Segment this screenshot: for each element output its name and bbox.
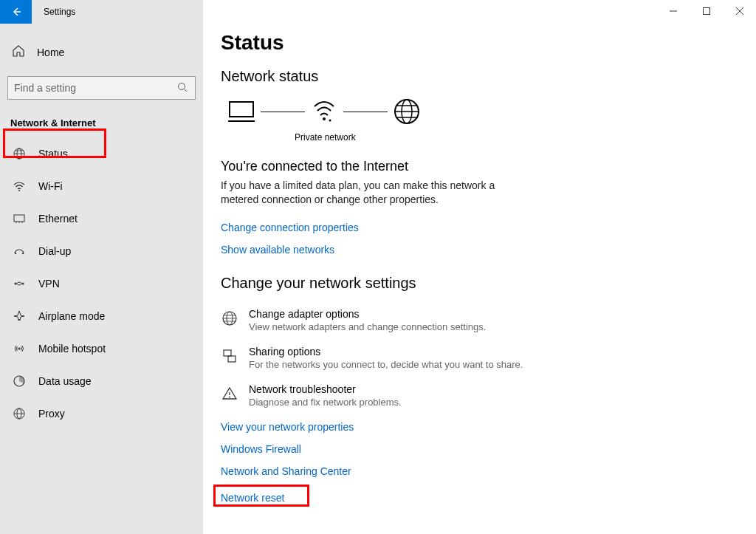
sidebar-item-datausage[interactable]: Data usage bbox=[7, 365, 196, 397]
svg-point-6 bbox=[22, 253, 24, 254]
svg-point-0 bbox=[179, 83, 185, 90]
home-button[interactable]: Home bbox=[7, 40, 196, 64]
svg-rect-21 bbox=[224, 350, 231, 356]
sidebar-item-vpn[interactable]: VPN bbox=[7, 267, 196, 300]
svg-point-5 bbox=[15, 253, 16, 254]
connected-heading: You're connected to the Internet bbox=[221, 159, 738, 174]
sidebar-item-dialup[interactable]: Dial-up bbox=[7, 235, 196, 267]
svg-rect-14 bbox=[230, 102, 253, 117]
globe-internet-icon bbox=[392, 97, 422, 126]
arrow-left-icon bbox=[10, 6, 22, 18]
link-view-network-properties[interactable]: View your network properties bbox=[221, 421, 738, 433]
sidebar-item-wifi[interactable]: Wi-Fi bbox=[7, 170, 196, 202]
diagram-caption: Private network bbox=[295, 132, 738, 143]
row-title: Change adapter options bbox=[249, 308, 486, 320]
sidebar-item-label: Data usage bbox=[38, 375, 92, 387]
link-change-connection-properties[interactable]: Change connection properties bbox=[221, 222, 738, 233]
troubleshooter-icon bbox=[221, 385, 238, 403]
vpn-icon bbox=[12, 276, 27, 291]
sidebar-item-proxy[interactable]: Proxy bbox=[7, 397, 196, 430]
svg-point-9 bbox=[18, 348, 21, 350]
window-title: Settings bbox=[32, 7, 75, 17]
back-button[interactable] bbox=[0, 0, 32, 24]
row-network-troubleshooter[interactable]: Network troubleshooter Diagnose and fix … bbox=[221, 383, 738, 408]
maximize-button[interactable] bbox=[690, 0, 723, 22]
sidebar-item-label: Wi-Fi bbox=[38, 180, 63, 192]
link-show-available-networks[interactable]: Show available networks bbox=[221, 244, 738, 256]
sidebar-item-label: Airplane mode bbox=[38, 310, 105, 322]
ethernet-icon bbox=[12, 211, 27, 226]
computer-icon bbox=[227, 97, 256, 126]
link-network-sharing-center[interactable]: Network and Sharing Center bbox=[221, 465, 738, 477]
wifi-router-icon bbox=[309, 97, 339, 126]
row-title: Sharing options bbox=[249, 346, 523, 357]
page-title: Status bbox=[221, 31, 738, 55]
row-desc: For the networks you connect to, decide … bbox=[249, 359, 523, 370]
dialup-icon bbox=[12, 244, 27, 259]
row-sharing-options[interactable]: Sharing options For the networks you con… bbox=[221, 346, 738, 370]
hotspot-icon bbox=[12, 341, 27, 356]
proxy-icon bbox=[12, 406, 27, 421]
sidebar-item-ethernet[interactable]: Ethernet bbox=[7, 202, 196, 235]
svg-point-16 bbox=[329, 120, 331, 122]
row-title: Network troubleshooter bbox=[249, 383, 402, 395]
svg-rect-4 bbox=[14, 215, 24, 222]
search-icon bbox=[177, 82, 189, 94]
globe-icon bbox=[12, 146, 27, 161]
close-button[interactable] bbox=[723, 0, 756, 22]
sidebar-item-hotspot[interactable]: Mobile hotspot bbox=[7, 332, 196, 365]
wifi-icon bbox=[12, 179, 27, 194]
adapter-icon bbox=[221, 309, 238, 327]
svg-point-23 bbox=[229, 396, 230, 397]
svg-point-15 bbox=[323, 117, 326, 120]
sharing-icon bbox=[221, 347, 238, 365]
svg-point-3 bbox=[18, 190, 20, 191]
row-desc: Diagnose and fix network problems. bbox=[249, 397, 402, 408]
connected-body: If you have a limited data plan, you can… bbox=[221, 179, 501, 207]
sidebar-item-label: Dial-up bbox=[38, 245, 71, 257]
svg-point-8 bbox=[22, 283, 24, 285]
sidebar-section-label: Network & Internet bbox=[10, 117, 196, 129]
sidebar-item-label: Ethernet bbox=[38, 213, 78, 225]
datausage-icon bbox=[12, 374, 27, 388]
svg-point-7 bbox=[15, 283, 17, 285]
row-desc: View network adapters and change connect… bbox=[249, 321, 486, 332]
sidebar-item-status[interactable]: Status bbox=[7, 137, 196, 170]
sidebar-item-label: Mobile hotspot bbox=[38, 343, 106, 355]
network-status-heading: Network status bbox=[221, 68, 738, 85]
sidebar-item-label: Proxy bbox=[38, 408, 65, 420]
sidebar-item-airplane[interactable]: Airplane mode bbox=[7, 300, 196, 332]
link-network-reset[interactable]: Network reset bbox=[221, 492, 284, 504]
minimize-button[interactable] bbox=[656, 0, 690, 22]
link-windows-firewall[interactable]: Windows Firewall bbox=[221, 443, 738, 455]
search-input-container[interactable] bbox=[7, 76, 196, 100]
row-change-adapter-options[interactable]: Change adapter options View network adap… bbox=[221, 308, 738, 332]
svg-rect-22 bbox=[228, 356, 236, 362]
sidebar-item-label: VPN bbox=[38, 278, 60, 290]
home-icon bbox=[12, 44, 25, 60]
search-input[interactable] bbox=[14, 82, 177, 94]
home-label: Home bbox=[37, 47, 64, 58]
change-settings-heading: Change your network settings bbox=[221, 275, 738, 292]
network-diagram bbox=[227, 97, 738, 126]
airplane-icon bbox=[12, 309, 27, 324]
sidebar-item-label: Status bbox=[38, 148, 68, 160]
svg-rect-13 bbox=[703, 8, 709, 15]
